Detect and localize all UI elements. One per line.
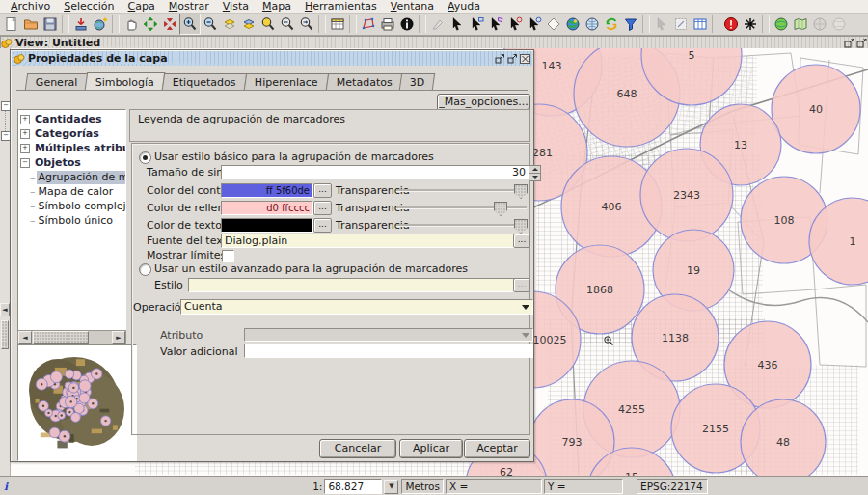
show-limits-checkbox[interactable] — [222, 250, 234, 262]
view-maximize-icon[interactable] — [856, 39, 867, 48]
dialog-maximize-icon[interactable] — [507, 54, 518, 64]
scroll-right-icon[interactable]: ► — [112, 331, 125, 344]
basic-style-radio[interactable] — [139, 151, 151, 164]
menu-vista[interactable]: Vista — [216, 0, 256, 13]
menu-capa[interactable]: Capa — [122, 0, 162, 13]
globe-green-icon[interactable] — [772, 14, 791, 34]
zoom-magnifier-icon[interactable] — [258, 14, 278, 34]
menu-herramientas[interactable]: Herramientas — [298, 0, 384, 13]
scale-dropdown-icon[interactable]: ▼ — [384, 480, 398, 494]
save-icon[interactable] — [41, 14, 60, 34]
additional-value-input[interactable] — [244, 344, 533, 358]
text-transparency-slider[interactable] — [396, 218, 527, 232]
filter-icon[interactable] — [621, 14, 640, 34]
slider-thumb[interactable] — [514, 219, 528, 234]
add-layer-icon[interactable] — [91, 14, 110, 34]
dialog-titlebar[interactable]: Propiedades de la capa — [12, 51, 532, 66]
text-font-input[interactable]: Dialog.plain — [221, 234, 516, 248]
tree-hscrollbar-thumb[interactable] — [33, 331, 89, 344]
tree-item-categori-as[interactable]: +Categorías — [20, 127, 101, 141]
tree-hscrollbar[interactable]: ◄ ► — [17, 330, 126, 344]
open-folder-icon[interactable] — [21, 14, 41, 34]
select-polygon-icon[interactable] — [486, 14, 505, 34]
menu-ventana[interactable]: Ventana — [384, 0, 441, 13]
select-diamond-icon[interactable] — [544, 14, 563, 34]
select-rectangle-icon[interactable] — [467, 14, 486, 34]
menu-mapa[interactable]: Mapa — [256, 0, 298, 13]
dialog-restore-icon[interactable] — [495, 54, 505, 64]
tree-item-mapa-de-calor[interactable]: –Mapa de calor — [30, 185, 115, 199]
expand-icon[interactable]: + — [20, 144, 30, 153]
view-restore-icon[interactable] — [844, 39, 854, 48]
globe-blue-icon[interactable] — [583, 14, 602, 34]
scale-combobox[interactable]: 68.827 — [324, 479, 382, 494]
tree-item-objetos[interactable]: −Objetos — [20, 156, 83, 170]
tree-item-agrupacio-n-de-m[interactable]: –Agrupación de m — [30, 171, 126, 184]
accept-button[interactable]: Aceptar — [464, 439, 530, 458]
add-event-theme-icon[interactable] — [71, 14, 91, 34]
select-arrow-icon[interactable] — [448, 14, 467, 34]
select-lasso-icon[interactable] — [505, 14, 525, 34]
style-picker-button[interactable]: ... — [513, 278, 530, 292]
tab-etiquetados[interactable]: Etiquetados — [162, 73, 247, 90]
print-icon[interactable] — [378, 14, 397, 34]
tree-item-si-mbolo-complejo[interactable]: –Símbolo complejo — [30, 200, 126, 213]
advanced-style-radio[interactable] — [139, 263, 151, 276]
arrow-faded-icon[interactable] — [652, 14, 671, 34]
dialog-close-icon[interactable] — [520, 54, 530, 64]
tree-item-mu-ltiples-atributo[interactable]: +Múltiples atributo — [20, 142, 126, 155]
text-color-picker-button[interactable]: ... — [313, 218, 332, 233]
zoom-out-icon[interactable] — [201, 14, 220, 34]
attribute-table-icon[interactable] — [328, 14, 347, 34]
tree-item-cantidades[interactable]: +Cantidades — [20, 113, 104, 126]
zoom-layer-icon[interactable] — [239, 14, 258, 34]
slider-thumb[interactable] — [514, 184, 528, 199]
toc-scrollbar-thumb[interactable] — [1, 320, 9, 349]
select-circle-icon[interactable] — [525, 14, 544, 34]
globe-color-icon[interactable] — [563, 14, 583, 34]
menu-seleccion[interactable]: Selección — [57, 0, 121, 13]
zoom-selected-icon[interactable] — [220, 14, 239, 34]
tab-metadatos[interactable]: Metadatos — [325, 73, 402, 90]
alert-icon[interactable] — [721, 14, 741, 34]
outline-color-swatch[interactable]: ff 5f60de — [221, 183, 313, 198]
expand-icon[interactable]: + — [20, 115, 30, 124]
refresh-icon[interactable] — [602, 14, 621, 34]
symbol-size-input[interactable]: 30 — [221, 165, 529, 179]
zoom-next-icon[interactable] — [297, 14, 316, 34]
slider-thumb[interactable] — [494, 202, 507, 216]
fill-color-picker-button[interactable]: ... — [313, 201, 332, 215]
style-input[interactable] — [188, 278, 516, 292]
map-sheet-icon[interactable] — [791, 14, 810, 34]
expand-icon[interactable]: + — [20, 129, 30, 139]
scroll-left-icon[interactable]: ◄ — [18, 331, 32, 344]
globe-faded-2-icon[interactable] — [829, 14, 849, 34]
globe-faded-1-icon[interactable] — [810, 14, 829, 34]
operation-dropdown-icon[interactable] — [522, 305, 529, 310]
text-color-swatch[interactable] — [221, 218, 313, 233]
info-tool-icon[interactable] — [397, 14, 417, 34]
select-brush-icon[interactable] — [428, 14, 448, 34]
table-blue-icon[interactable] — [691, 14, 710, 34]
zoom-restore-icon[interactable] — [160, 14, 179, 34]
apply-button[interactable]: Aplicar — [399, 439, 463, 458]
tab-general[interactable]: General — [25, 73, 89, 90]
zoom-previous-icon[interactable] — [278, 14, 297, 34]
font-picker-button[interactable]: ... — [513, 234, 530, 248]
size-spinner-down-icon[interactable] — [529, 173, 541, 181]
pan-hand-icon[interactable] — [122, 14, 141, 34]
operation-combobox[interactable]: Cuenta — [180, 299, 533, 315]
outline-transparency-slider[interactable] — [396, 183, 527, 197]
menu-ayuda[interactable]: Ayuda — [441, 0, 487, 13]
new-document-icon[interactable] — [2, 14, 21, 34]
cancel-button[interactable]: Cancelar — [319, 439, 396, 458]
tab-3d[interactable]: 3D — [399, 73, 436, 90]
tab-simbologia[interactable]: Simbología — [85, 72, 166, 90]
measure-polygon-icon[interactable] — [359, 14, 378, 34]
outline-color-picker-button[interactable]: ... — [313, 183, 332, 198]
fill-transparency-slider[interactable] — [396, 201, 527, 214]
collapse-icon[interactable]: − — [20, 158, 30, 168]
tree-item-si-mbolo-u-nico[interactable]: –Símbolo único — [30, 214, 115, 228]
fill-color-swatch[interactable]: d0 ffcccc — [221, 201, 313, 215]
zoom-extents-icon[interactable] — [141, 14, 160, 34]
